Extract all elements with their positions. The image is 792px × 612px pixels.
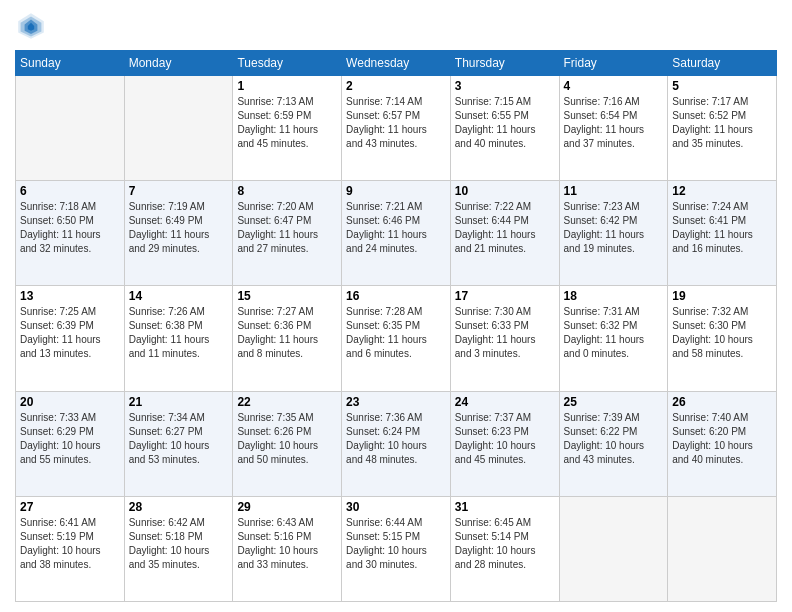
day-number: 18 bbox=[564, 289, 664, 303]
calendar-cell: 27Sunrise: 6:41 AMSunset: 5:19 PMDayligh… bbox=[16, 496, 125, 601]
day-number: 14 bbox=[129, 289, 229, 303]
day-info: Sunrise: 7:22 AMSunset: 6:44 PMDaylight:… bbox=[455, 200, 555, 256]
day-number: 21 bbox=[129, 395, 229, 409]
calendar-cell bbox=[668, 496, 777, 601]
day-info: Sunrise: 7:14 AMSunset: 6:57 PMDaylight:… bbox=[346, 95, 446, 151]
day-number: 31 bbox=[455, 500, 555, 514]
day-number: 6 bbox=[20, 184, 120, 198]
day-info: Sunrise: 6:42 AMSunset: 5:18 PMDaylight:… bbox=[129, 516, 229, 572]
day-number: 22 bbox=[237, 395, 337, 409]
calendar-cell: 18Sunrise: 7:31 AMSunset: 6:32 PMDayligh… bbox=[559, 286, 668, 391]
day-number: 7 bbox=[129, 184, 229, 198]
day-info: Sunrise: 7:40 AMSunset: 6:20 PMDaylight:… bbox=[672, 411, 772, 467]
calendar-body: 1Sunrise: 7:13 AMSunset: 6:59 PMDaylight… bbox=[16, 76, 777, 602]
header bbox=[15, 10, 777, 42]
day-number: 13 bbox=[20, 289, 120, 303]
day-info: Sunrise: 7:20 AMSunset: 6:47 PMDaylight:… bbox=[237, 200, 337, 256]
day-number: 29 bbox=[237, 500, 337, 514]
day-number: 27 bbox=[20, 500, 120, 514]
calendar-cell: 5Sunrise: 7:17 AMSunset: 6:52 PMDaylight… bbox=[668, 76, 777, 181]
page: SundayMondayTuesdayWednesdayThursdayFrid… bbox=[0, 0, 792, 612]
day-number: 25 bbox=[564, 395, 664, 409]
calendar-cell: 29Sunrise: 6:43 AMSunset: 5:16 PMDayligh… bbox=[233, 496, 342, 601]
calendar-cell: 21Sunrise: 7:34 AMSunset: 6:27 PMDayligh… bbox=[124, 391, 233, 496]
day-info: Sunrise: 6:45 AMSunset: 5:14 PMDaylight:… bbox=[455, 516, 555, 572]
day-number: 8 bbox=[237, 184, 337, 198]
day-info: Sunrise: 7:17 AMSunset: 6:52 PMDaylight:… bbox=[672, 95, 772, 151]
logo-icon bbox=[15, 10, 47, 42]
calendar-cell bbox=[559, 496, 668, 601]
day-info: Sunrise: 7:32 AMSunset: 6:30 PMDaylight:… bbox=[672, 305, 772, 361]
calendar-cell: 19Sunrise: 7:32 AMSunset: 6:30 PMDayligh… bbox=[668, 286, 777, 391]
day-info: Sunrise: 6:43 AMSunset: 5:16 PMDaylight:… bbox=[237, 516, 337, 572]
day-number: 15 bbox=[237, 289, 337, 303]
week-row-1: 1Sunrise: 7:13 AMSunset: 6:59 PMDaylight… bbox=[16, 76, 777, 181]
day-info: Sunrise: 7:34 AMSunset: 6:27 PMDaylight:… bbox=[129, 411, 229, 467]
calendar-cell: 9Sunrise: 7:21 AMSunset: 6:46 PMDaylight… bbox=[342, 181, 451, 286]
calendar-cell: 30Sunrise: 6:44 AMSunset: 5:15 PMDayligh… bbox=[342, 496, 451, 601]
day-info: Sunrise: 7:35 AMSunset: 6:26 PMDaylight:… bbox=[237, 411, 337, 467]
day-info: Sunrise: 7:26 AMSunset: 6:38 PMDaylight:… bbox=[129, 305, 229, 361]
calendar-cell: 31Sunrise: 6:45 AMSunset: 5:14 PMDayligh… bbox=[450, 496, 559, 601]
calendar-cell: 15Sunrise: 7:27 AMSunset: 6:36 PMDayligh… bbox=[233, 286, 342, 391]
col-header-friday: Friday bbox=[559, 51, 668, 76]
calendar-cell: 22Sunrise: 7:35 AMSunset: 6:26 PMDayligh… bbox=[233, 391, 342, 496]
day-info: Sunrise: 7:31 AMSunset: 6:32 PMDaylight:… bbox=[564, 305, 664, 361]
calendar-cell bbox=[124, 76, 233, 181]
calendar-cell: 17Sunrise: 7:30 AMSunset: 6:33 PMDayligh… bbox=[450, 286, 559, 391]
day-number: 11 bbox=[564, 184, 664, 198]
day-info: Sunrise: 7:25 AMSunset: 6:39 PMDaylight:… bbox=[20, 305, 120, 361]
day-number: 5 bbox=[672, 79, 772, 93]
day-number: 20 bbox=[20, 395, 120, 409]
col-header-monday: Monday bbox=[124, 51, 233, 76]
day-info: Sunrise: 7:39 AMSunset: 6:22 PMDaylight:… bbox=[564, 411, 664, 467]
calendar-header: SundayMondayTuesdayWednesdayThursdayFrid… bbox=[16, 51, 777, 76]
col-header-wednesday: Wednesday bbox=[342, 51, 451, 76]
col-header-saturday: Saturday bbox=[668, 51, 777, 76]
day-info: Sunrise: 7:37 AMSunset: 6:23 PMDaylight:… bbox=[455, 411, 555, 467]
day-info: Sunrise: 7:23 AMSunset: 6:42 PMDaylight:… bbox=[564, 200, 664, 256]
day-number: 17 bbox=[455, 289, 555, 303]
col-header-tuesday: Tuesday bbox=[233, 51, 342, 76]
header-row: SundayMondayTuesdayWednesdayThursdayFrid… bbox=[16, 51, 777, 76]
calendar-cell: 3Sunrise: 7:15 AMSunset: 6:55 PMDaylight… bbox=[450, 76, 559, 181]
day-info: Sunrise: 7:24 AMSunset: 6:41 PMDaylight:… bbox=[672, 200, 772, 256]
day-number: 30 bbox=[346, 500, 446, 514]
day-number: 1 bbox=[237, 79, 337, 93]
calendar-cell: 4Sunrise: 7:16 AMSunset: 6:54 PMDaylight… bbox=[559, 76, 668, 181]
calendar-cell: 20Sunrise: 7:33 AMSunset: 6:29 PMDayligh… bbox=[16, 391, 125, 496]
calendar-cell: 10Sunrise: 7:22 AMSunset: 6:44 PMDayligh… bbox=[450, 181, 559, 286]
day-info: Sunrise: 7:33 AMSunset: 6:29 PMDaylight:… bbox=[20, 411, 120, 467]
calendar-cell: 12Sunrise: 7:24 AMSunset: 6:41 PMDayligh… bbox=[668, 181, 777, 286]
calendar-cell: 6Sunrise: 7:18 AMSunset: 6:50 PMDaylight… bbox=[16, 181, 125, 286]
day-number: 23 bbox=[346, 395, 446, 409]
col-header-thursday: Thursday bbox=[450, 51, 559, 76]
day-number: 26 bbox=[672, 395, 772, 409]
calendar-cell: 11Sunrise: 7:23 AMSunset: 6:42 PMDayligh… bbox=[559, 181, 668, 286]
day-number: 10 bbox=[455, 184, 555, 198]
day-info: Sunrise: 7:28 AMSunset: 6:35 PMDaylight:… bbox=[346, 305, 446, 361]
day-info: Sunrise: 7:16 AMSunset: 6:54 PMDaylight:… bbox=[564, 95, 664, 151]
calendar-cell: 7Sunrise: 7:19 AMSunset: 6:49 PMDaylight… bbox=[124, 181, 233, 286]
day-number: 2 bbox=[346, 79, 446, 93]
week-row-4: 20Sunrise: 7:33 AMSunset: 6:29 PMDayligh… bbox=[16, 391, 777, 496]
week-row-2: 6Sunrise: 7:18 AMSunset: 6:50 PMDaylight… bbox=[16, 181, 777, 286]
calendar-cell: 26Sunrise: 7:40 AMSunset: 6:20 PMDayligh… bbox=[668, 391, 777, 496]
day-info: Sunrise: 7:18 AMSunset: 6:50 PMDaylight:… bbox=[20, 200, 120, 256]
day-info: Sunrise: 7:13 AMSunset: 6:59 PMDaylight:… bbox=[237, 95, 337, 151]
day-info: Sunrise: 7:30 AMSunset: 6:33 PMDaylight:… bbox=[455, 305, 555, 361]
calendar-cell: 8Sunrise: 7:20 AMSunset: 6:47 PMDaylight… bbox=[233, 181, 342, 286]
calendar-cell: 1Sunrise: 7:13 AMSunset: 6:59 PMDaylight… bbox=[233, 76, 342, 181]
calendar-cell: 16Sunrise: 7:28 AMSunset: 6:35 PMDayligh… bbox=[342, 286, 451, 391]
day-info: Sunrise: 7:19 AMSunset: 6:49 PMDaylight:… bbox=[129, 200, 229, 256]
day-number: 3 bbox=[455, 79, 555, 93]
day-number: 16 bbox=[346, 289, 446, 303]
day-number: 24 bbox=[455, 395, 555, 409]
day-number: 19 bbox=[672, 289, 772, 303]
day-number: 9 bbox=[346, 184, 446, 198]
day-number: 28 bbox=[129, 500, 229, 514]
day-info: Sunrise: 7:27 AMSunset: 6:36 PMDaylight:… bbox=[237, 305, 337, 361]
calendar-cell: 28Sunrise: 6:42 AMSunset: 5:18 PMDayligh… bbox=[124, 496, 233, 601]
calendar-cell: 23Sunrise: 7:36 AMSunset: 6:24 PMDayligh… bbox=[342, 391, 451, 496]
calendar-cell: 2Sunrise: 7:14 AMSunset: 6:57 PMDaylight… bbox=[342, 76, 451, 181]
